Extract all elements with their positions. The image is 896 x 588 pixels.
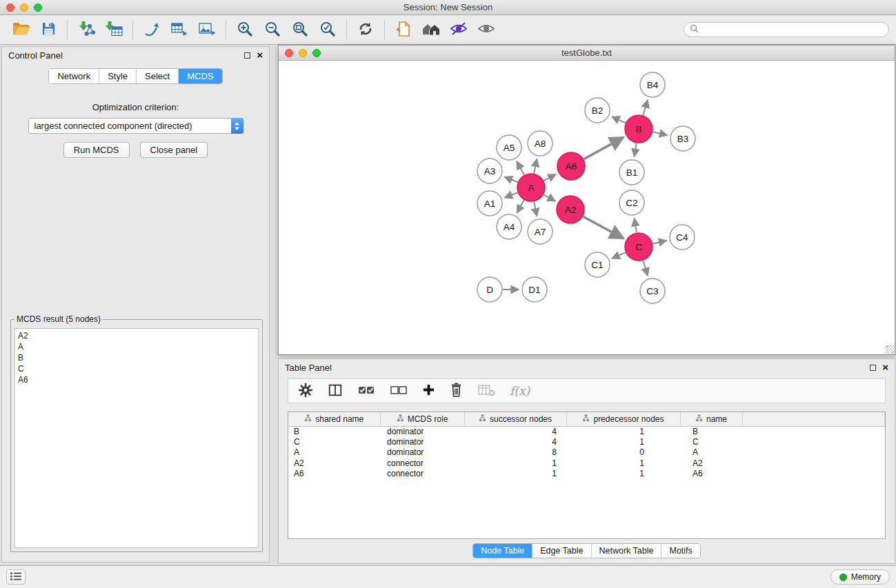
graph-edge-C-C3[interactable] xyxy=(643,261,648,276)
column-header-successor-nodes[interactable]: successor nodes xyxy=(464,412,566,426)
tab-network[interactable]: Network xyxy=(49,69,99,83)
graph-node-B[interactable]: B xyxy=(625,115,653,143)
column-header-mcds-role[interactable]: MCDS role xyxy=(380,412,464,426)
refresh-button[interactable] xyxy=(352,18,379,41)
tab-mcds[interactable]: MCDS xyxy=(178,69,221,83)
tab-motifs[interactable]: Motifs xyxy=(661,544,699,558)
graph-edge-B-B4[interactable] xyxy=(643,100,648,115)
save-session-button[interactable] xyxy=(34,18,62,41)
tab-edge-table[interactable]: Edge Table xyxy=(532,544,590,558)
graph-node-C3[interactable]: C3 xyxy=(640,278,665,303)
import-network-from-file-button[interactable] xyxy=(72,18,100,41)
search-input[interactable] xyxy=(702,25,883,34)
graphics-details-button[interactable] xyxy=(445,18,472,41)
graph-node-D[interactable]: D xyxy=(477,277,502,302)
graph-node-B1[interactable]: B1 xyxy=(619,160,644,185)
close-panel-button[interactable]: Close panel xyxy=(140,142,208,158)
run-mcds-button[interactable]: Run MCDS xyxy=(63,142,130,158)
float-table-panel-icon[interactable] xyxy=(870,365,876,371)
zoom-in-button[interactable] xyxy=(231,18,259,41)
graph-edge-A2-C[interactable] xyxy=(583,216,624,239)
graph-edge-A-A7[interactable] xyxy=(534,202,537,216)
delete-table-button[interactable] xyxy=(477,383,495,399)
tab-style[interactable]: Style xyxy=(99,69,136,83)
table-row[interactable]: Cdominator41C xyxy=(288,437,885,448)
graph-edge-A-A2[interactable] xyxy=(544,194,555,201)
show-columns-button[interactable] xyxy=(328,383,343,400)
export-image-button[interactable] xyxy=(193,18,221,41)
new-network-from-table-button[interactable] xyxy=(166,18,193,41)
zoom-out-button[interactable] xyxy=(259,18,286,41)
new-network-button[interactable] xyxy=(138,18,166,41)
zoom-selected-button[interactable] xyxy=(314,18,341,41)
graph-edge-A-A6[interactable] xyxy=(544,174,557,181)
table-row[interactable]: A2connector11A2 xyxy=(288,458,885,469)
close-panel-icon[interactable]: × xyxy=(257,51,263,59)
close-table-panel-icon[interactable]: × xyxy=(882,363,888,372)
mcds-result-item[interactable]: A xyxy=(18,341,255,352)
graph-node-C2[interactable]: C2 xyxy=(619,190,644,215)
mcds-result-item[interactable]: A6 xyxy=(18,374,255,385)
add-row-button[interactable] xyxy=(422,383,435,398)
graph-node-A3[interactable]: A3 xyxy=(477,159,502,183)
network-graph[interactable]: B4B2BB3A5A8A6A3B1AC2A1A2A4A7C4CC1C3DD1 xyxy=(279,61,895,354)
graph-edge-A-A5[interactable] xyxy=(517,161,524,175)
graph-edge-B-B3[interactable] xyxy=(653,132,668,136)
graph-edge-C-C4[interactable] xyxy=(653,241,667,243)
table-row[interactable]: A6connector11A6 xyxy=(288,469,885,480)
network-canvas[interactable]: B4B2BB3A5A8A6A3B1AC2A1A2A4A7C4CC1C3DD1 xyxy=(279,61,895,354)
open-session-button[interactable] xyxy=(7,18,34,41)
graph-edge-A6-B[interactable] xyxy=(584,137,624,159)
mcds-result-item[interactable]: A2 xyxy=(18,330,255,341)
graph-node-B3[interactable]: B3 xyxy=(670,126,695,151)
graph-edge-C-C2[interactable] xyxy=(635,219,637,233)
graph-node-A8[interactable]: A8 xyxy=(528,131,552,156)
graph-node-C1[interactable]: C1 xyxy=(585,252,610,277)
graph-edge-B-B1[interactable] xyxy=(635,143,637,157)
table-settings-button[interactable] xyxy=(298,383,313,400)
tab-node-table[interactable]: Node Table xyxy=(473,544,532,558)
zoom-fit-button[interactable] xyxy=(286,18,314,41)
graph-edge-A-A4[interactable] xyxy=(517,200,524,213)
tab-network-table[interactable]: Network Table xyxy=(591,544,661,558)
open-document-button[interactable] xyxy=(390,18,417,41)
graph-node-A[interactable]: A xyxy=(517,174,545,201)
graph-edge-A-A8[interactable] xyxy=(534,159,537,174)
column-header-name[interactable]: name xyxy=(680,412,742,426)
float-panel-icon[interactable] xyxy=(244,52,250,59)
graph-node-C4[interactable]: C4 xyxy=(670,225,695,250)
graph-edge-C-C1[interactable] xyxy=(612,252,626,258)
graph-node-A4[interactable]: A4 xyxy=(497,214,521,239)
graph-node-B4[interactable]: B4 xyxy=(640,72,665,97)
column-header-predecessor-nodes[interactable]: predecessor nodes xyxy=(566,412,680,426)
column-header-shared-name[interactable]: shared name xyxy=(288,412,380,426)
graph-node-B2[interactable]: B2 xyxy=(585,98,610,123)
delete-row-button[interactable] xyxy=(450,383,463,399)
graph-edge-A-A1[interactable] xyxy=(505,193,518,198)
graph-edge-A-A3[interactable] xyxy=(504,177,517,183)
graph-node-A6[interactable]: A6 xyxy=(557,152,585,180)
graph-node-A7[interactable]: A7 xyxy=(528,219,552,244)
table-row[interactable]: Bdominator41B xyxy=(288,426,885,437)
mcds-result-item[interactable]: B xyxy=(18,352,255,363)
tab-select[interactable]: Select xyxy=(136,69,178,83)
resize-grip[interactable] xyxy=(886,345,894,354)
mcds-result-list[interactable]: A2ABCA6 xyxy=(14,328,259,548)
deselect-all-button[interactable] xyxy=(390,383,408,399)
select-all-button[interactable] xyxy=(357,383,375,399)
show-panels-button[interactable] xyxy=(6,569,26,585)
graph-edge-B-B2[interactable] xyxy=(612,116,626,123)
memory-button[interactable]: Memory xyxy=(830,569,890,585)
table-row[interactable]: Adominator80A xyxy=(288,447,885,458)
function-builder-button[interactable]: f(x) xyxy=(510,384,530,398)
criterion-dropdown[interactable]: largest connected component (directed) xyxy=(28,118,243,134)
mcds-result-item[interactable]: C xyxy=(18,363,255,374)
graph-node-D1[interactable]: D1 xyxy=(522,277,547,302)
show-hide-button[interactable] xyxy=(472,18,500,41)
graph-node-A2[interactable]: A2 xyxy=(557,196,584,223)
import-table-from-file-button[interactable] xyxy=(100,18,128,41)
home-button[interactable] xyxy=(417,18,445,41)
graph-node-C[interactable]: C xyxy=(625,233,653,261)
graph-node-A5[interactable]: A5 xyxy=(497,135,521,160)
graph-node-A1[interactable]: A1 xyxy=(477,191,502,216)
